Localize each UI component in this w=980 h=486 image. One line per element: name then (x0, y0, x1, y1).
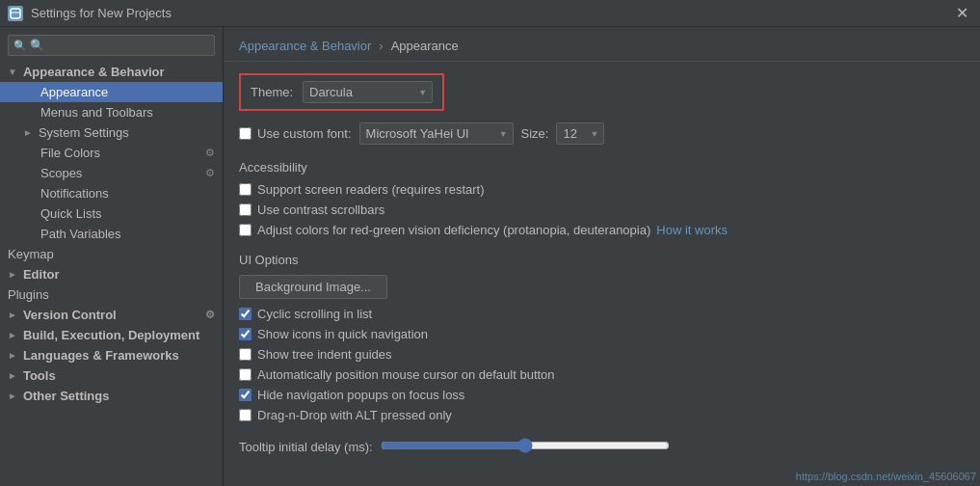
accessibility-title: Accessibility (239, 160, 965, 175)
size-select[interactable]: 1011121314 (556, 122, 604, 145)
breadcrumb-current: Appearance (391, 39, 459, 53)
sidebar-item-label: Appearance & Behavior (23, 65, 165, 79)
accessibility-item-support-screen-readers[interactable]: Support screen readers (requires restart… (239, 182, 965, 197)
custom-font-label: Use custom font: (257, 126, 352, 141)
sidebar-item-path-variables[interactable]: Path Variables (0, 224, 223, 244)
theme-select[interactable]: DarculaIntelliJHigh contrastWindows 10 L… (303, 81, 433, 103)
sidebar-item-other-settings[interactable]: ►Other Settings (0, 386, 223, 406)
tooltip-slider[interactable] (381, 438, 670, 456)
sidebar-item-appearance-behavior[interactable]: ▼Appearance & Behavior (0, 62, 223, 82)
size-label: Size: (521, 126, 549, 141)
sidebar-item-label: Path Variables (40, 227, 121, 241)
arrow-icon: ► (8, 370, 17, 381)
sidebar-item-label: System Settings (39, 125, 129, 140)
settings-icon: ⚙ (205, 309, 215, 321)
ui-option-drag-n-drop-alt[interactable]: Drag-n-Drop with ALT pressed only (239, 408, 965, 422)
ui-option-cyclic-scrolling[interactable]: Cyclic scrolling in list (239, 307, 965, 321)
watermark: https://blog.csdn.net/weixin_45606067 (796, 471, 976, 482)
svg-rect-0 (11, 9, 20, 18)
search-box[interactable]: 🔍 (8, 35, 215, 56)
sidebar-item-appearance[interactable]: Appearance (0, 82, 223, 102)
size-select-wrapper[interactable]: 1011121314 (556, 122, 604, 145)
checkbox-hide-nav-popups[interactable] (239, 389, 252, 401)
sidebar-item-label: Plugins (8, 287, 49, 302)
ui-option-show-icons-quick-nav[interactable]: Show icons in quick navigation (239, 327, 965, 341)
font-select-wrapper[interactable]: Microsoft YaHei UIArialSegoe UITahoma (359, 122, 514, 145)
sidebar-item-languages-frameworks[interactable]: ►Languages & Frameworks (0, 345, 223, 365)
ui-options-title: UI Options (239, 253, 965, 267)
checkbox-use-contrast-scrollbars[interactable] (239, 203, 252, 216)
sidebar-item-label: Scopes (40, 166, 82, 180)
checkbox-adjust-colors[interactable] (239, 224, 252, 236)
custom-font-checkbox[interactable] (239, 127, 252, 140)
app-icon (8, 6, 23, 21)
tooltip-label: Tooltip initial delay (ms): (239, 440, 373, 454)
close-button[interactable]: ✕ (952, 4, 972, 23)
checkbox-support-screen-readers[interactable] (239, 183, 252, 196)
arrow-icon: ► (23, 127, 33, 138)
checkbox-label-text: Support screen readers (requires restart… (257, 182, 485, 197)
background-image-button[interactable]: Background Image... (239, 275, 387, 299)
sidebar-item-label: Appearance (40, 85, 108, 99)
sidebar-item-plugins[interactable]: Plugins (0, 284, 223, 305)
content-body: Theme: DarculaIntelliJHigh contrastWindo… (224, 62, 980, 468)
sidebar-item-editor[interactable]: ►Editor (0, 264, 223, 284)
sidebar-item-label: Tools (23, 368, 56, 383)
sidebar-item-keymap[interactable]: Keymap (0, 244, 223, 264)
checkbox-auto-position-mouse[interactable] (239, 368, 252, 381)
font-row: Use custom font: Microsoft YaHei UIArial… (239, 122, 965, 145)
sidebar-item-quick-lists[interactable]: Quick Lists (0, 203, 223, 224)
sidebar-item-label: Languages & Frameworks (23, 348, 179, 363)
sidebar-item-build-execution-deployment[interactable]: ►Build, Execution, Deployment (0, 325, 223, 345)
ui-option-hide-nav-popups[interactable]: Hide navigation popups on focus loss (239, 388, 965, 402)
sidebar-item-menus-toolbars[interactable]: Menus and Toolbars (0, 102, 223, 122)
sidebar-item-label: Keymap (8, 247, 54, 261)
font-select[interactable]: Microsoft YaHei UIArialSegoe UITahoma (359, 122, 514, 145)
breadcrumb-header: Appearance & Behavior › Appearance (224, 27, 980, 62)
ui-option-show-tree-indent[interactable]: Show tree indent guides (239, 347, 965, 362)
sidebar-item-scopes[interactable]: Scopes⚙ (0, 163, 223, 183)
sidebar-item-system-settings[interactable]: ►System Settings (0, 122, 223, 143)
ui-option-auto-position-mouse[interactable]: Automatically position mouse cursor on d… (239, 367, 965, 382)
checkbox-drag-n-drop-alt[interactable] (239, 409, 252, 421)
breadcrumb-parent[interactable]: Appearance & Behavior (239, 39, 371, 53)
sidebar-item-file-colors[interactable]: File Colors⚙ (0, 143, 223, 163)
theme-row: Theme: DarculaIntelliJHigh contrastWindo… (239, 73, 444, 111)
checkbox-label-text: Hide navigation popups on focus loss (257, 388, 464, 402)
theme-label: Theme: (251, 85, 293, 99)
settings-icon: ⚙ (205, 167, 215, 179)
tooltip-slider-input[interactable] (381, 438, 670, 453)
checkbox-label-text: Automatically position mouse cursor on d… (257, 367, 555, 382)
breadcrumb-separator: › (379, 39, 383, 53)
theme-select-wrapper[interactable]: DarculaIntelliJHigh contrastWindows 10 L… (303, 81, 433, 103)
sidebar-item-label: Version Control (23, 308, 117, 322)
title-bar: Settings for New Projects ✕ (0, 0, 980, 27)
checkbox-show-tree-indent[interactable] (239, 348, 252, 361)
sidebar-item-version-control[interactable]: ►Version Control⚙ (0, 305, 223, 325)
how-it-works-link[interactable]: How it works (656, 223, 728, 237)
search-input[interactable] (8, 35, 215, 56)
window-title: Settings for New Projects (31, 6, 172, 20)
settings-icon: ⚙ (205, 147, 215, 159)
sidebar-item-label: Quick Lists (40, 206, 102, 221)
main-container: 🔍 ▼Appearance & BehaviorAppearanceMenus … (0, 27, 980, 486)
checkbox-label-text: Use contrast scrollbars (257, 202, 384, 217)
custom-font-checkbox-label[interactable]: Use custom font: (239, 126, 352, 141)
accessibility-options: Support screen readers (requires restart… (239, 182, 965, 237)
checkbox-label-text: Show icons in quick navigation (257, 327, 428, 341)
arrow-icon: ▼ (8, 67, 17, 77)
sidebar-item-label: File Colors (40, 146, 100, 160)
sidebar-item-label: Menus and Toolbars (40, 105, 153, 120)
checkbox-label-text: Adjust colors for red-green vision defic… (257, 223, 650, 237)
arrow-icon: ► (8, 310, 17, 320)
checkbox-cyclic-scrolling[interactable] (239, 308, 252, 320)
checkbox-show-icons-quick-nav[interactable] (239, 328, 252, 340)
accessibility-item-adjust-colors[interactable]: Adjust colors for red-green vision defic… (239, 223, 965, 237)
search-icon: 🔍 (13, 40, 27, 52)
sidebar-item-tools[interactable]: ►Tools (0, 365, 223, 386)
checkbox-label-text: Cyclic scrolling in list (257, 307, 372, 321)
sidebar-item-label: Build, Execution, Deployment (23, 328, 199, 342)
sidebar-item-label: Other Settings (23, 389, 110, 403)
sidebar-item-notifications[interactable]: Notifications (0, 183, 223, 203)
accessibility-item-use-contrast-scrollbars[interactable]: Use contrast scrollbars (239, 202, 965, 217)
